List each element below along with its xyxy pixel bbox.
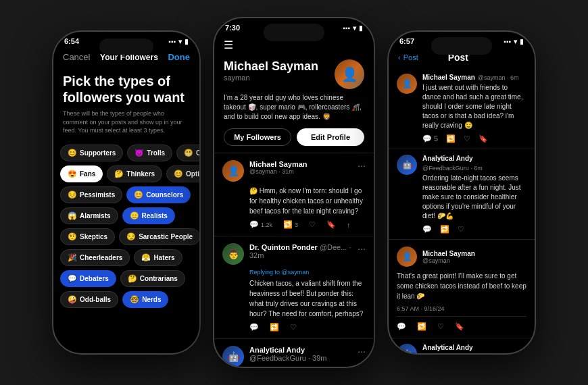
post-1-bookmark-action[interactable]: 🔖 [326, 220, 336, 229]
battery-icon: ▮ [185, 38, 189, 45]
post-2-avatar-img: 👨 [228, 249, 239, 259]
thinkers-emoji: 🤔 [114, 170, 124, 178]
status-icons-center: ▪▪▪ ▾ ▮ [343, 24, 363, 32]
tag-cheerleaders[interactable]: 🎉 Cheerleaders [60, 249, 130, 266]
optimists-emoji: 😊 [174, 170, 183, 178]
post-1-retweet-action[interactable]: 🔁 3 [283, 220, 298, 229]
profile-avatar[interactable]: 👤 [335, 59, 364, 89]
thread-post-1: 👤 Michael Sayman @sayman · 6m I just wen… [389, 68, 535, 149]
screen-left: 6:54 ▪▪▪ ▾ ▮ Cancel Your Followers Done … [53, 32, 199, 353]
like-icon-2: ♡ [290, 323, 297, 332]
thread-name-row-4: Analytical Andy @FeedbackGuru · 3s [422, 344, 526, 353]
standalone-retweet-action[interactable]: 🔁 [417, 322, 426, 331]
retweet-action-r2[interactable]: 🔁 [440, 225, 449, 234]
tag-alarmists[interactable]: 😱 Alarmists [60, 207, 118, 224]
edit-profile-button[interactable]: Edit Profile [297, 128, 364, 146]
like-action-r2[interactable]: ♡ [458, 225, 464, 234]
tag-nerds[interactable]: 🤓 Nerds [122, 291, 168, 308]
time-right: 6:57 [399, 37, 414, 45]
post-2-avatar[interactable]: 👨 [222, 243, 244, 265]
tag-skeptics[interactable]: 🤨 Skeptics [60, 228, 115, 245]
tag-trolls[interactable]: 😈 Trolls [127, 145, 172, 161]
realists-emoji: 😑 [130, 211, 139, 220]
post-1-like-action[interactable]: ♡ [309, 220, 316, 229]
bookmark-action-r1[interactable]: 🔖 [479, 134, 488, 143]
phone-center: 7:30 ▪▪▪ ▾ ▮ ☰ Michael Sayman sayman [213, 17, 375, 368]
post-2-actions: 💬 🔁 ♡ [249, 323, 366, 332]
tag-counselors[interactable]: 😊 Counselors [126, 186, 191, 203]
tag-oddballs[interactable]: 🤪 Odd-balls [60, 291, 118, 308]
tag-haters[interactable]: 😤 Haters [134, 249, 182, 266]
profile-top: Michael Sayman sayman 👤 [224, 59, 364, 89]
post-2-like-action[interactable]: ♡ [290, 323, 297, 332]
post-1-meta: Michael Sayman @sayman · 31m [249, 160, 352, 175]
tag-pessimists[interactable]: 😔 Pessimists [60, 186, 122, 203]
post-1-share-action[interactable]: ↑ [347, 221, 351, 229]
cancel-button[interactable]: Cancel [63, 52, 90, 62]
standalone-reply-action[interactable]: 💬 [397, 322, 406, 331]
post-2-retweet-action[interactable]: 🔁 [270, 323, 279, 332]
time-center: 7:30 [225, 24, 240, 32]
signal-icon: ▪▪▪ [168, 38, 176, 45]
thread-avatar-2[interactable]: 🤖 [397, 155, 417, 175]
status-icons-left: ▪▪▪ ▾ ▮ [168, 38, 189, 45]
tag-realists[interactable]: 😑 Realists [122, 207, 175, 224]
alarmists-emoji: 😱 [68, 211, 77, 220]
like-action-r1[interactable]: ♡ [464, 134, 470, 143]
done-button[interactable]: Done [168, 52, 190, 62]
tag-optimists[interactable]: 😊 Optimists [166, 165, 199, 182]
post-3-more-icon[interactable]: ··· [358, 346, 366, 357]
reply-action-r2[interactable]: 💬 [422, 225, 432, 234]
back-button[interactable]: ‹ Post [398, 53, 418, 61]
tag-thinkers[interactable]: 🤔 Thinkers [107, 165, 162, 182]
hamburger-menu-icon[interactable]: ☰ [224, 38, 233, 51]
post-1-reply-action[interactable]: 💬 1.2k [249, 220, 272, 229]
post-3-author: Analytical Andy @FeedbackGuru · 39m [249, 346, 352, 362]
thread-avatar-2-img: 🤖 [402, 160, 412, 170]
standalone-post: 👤 Michael Sayman @sayman That's a great … [389, 240, 535, 338]
post-2-more-icon[interactable]: ··· [358, 243, 366, 254]
screen-center: 7:30 ▪▪▪ ▾ ▮ ☰ Michael Sayman sayman [214, 18, 374, 367]
my-followers-button[interactable]: My Followers [224, 128, 291, 146]
standalone-avatar[interactable]: 👤 [397, 247, 417, 267]
post-1-avatar-img: 👤 [228, 165, 239, 176]
post-1-text: 🤔 Hmm, ok now I'm torn: should I go for … [249, 186, 366, 216]
reply-action-r1[interactable]: 💬 5 [422, 134, 438, 143]
wifi-icon-r: ▾ [514, 38, 517, 45]
standalone-avatar-img: 👤 [402, 252, 412, 261]
chevron-left-icon: ‹ [398, 53, 401, 61]
post-3-header: 🤖 Analytical Andy @FeedbackGuru · 39m ··… [222, 346, 366, 367]
tag-label-nerds: Nerds [142, 296, 161, 303]
standalone-name-block: Michael Sayman @sayman [422, 250, 475, 264]
tag-debaters[interactable]: 💬 Debaters [60, 270, 116, 287]
tag-sarcastic[interactable]: 😏 Sarcastic People [119, 228, 199, 245]
thread-content-1: Michael Sayman @sayman · 6m I just went … [422, 74, 526, 143]
thread-avatar-4[interactable]: 🤖 [397, 344, 417, 353]
retweet-icon-1: 🔁 [283, 220, 293, 229]
standalone-like-action[interactable]: ♡ [437, 322, 444, 331]
critics-emoji: 😬 [184, 149, 193, 157]
tag-label-supporters: Supporters [80, 149, 116, 157]
post-1-more-icon[interactable]: ··· [358, 160, 366, 171]
tag-critics[interactable]: 😬 Critics [176, 145, 199, 161]
profile-buttons: My Followers Edit Profile [224, 128, 364, 146]
standalone-bookmark-action[interactable]: 🔖 [455, 322, 464, 331]
tag-label-contrarians: Contrarians [140, 275, 178, 282]
post-1-avatar[interactable]: 👤 [222, 160, 244, 182]
tags-grid: 😊 Supporters 😈 Trolls 😬 Critics [53, 142, 199, 311]
tag-supporters[interactable]: 😊 Supporters [60, 145, 123, 161]
post-2-reply-action[interactable]: 💬 [249, 323, 259, 332]
avatar-image: 👤 [341, 66, 358, 82]
tag-label-debaters: Debaters [80, 275, 109, 282]
tags-row-5: 🎉 Cheerleaders 😤 Haters [60, 249, 193, 266]
tag-fans[interactable]: 😍 Fans [60, 165, 103, 182]
debaters-emoji: 💬 [68, 274, 77, 283]
thread-author-2: Analytical Andy [422, 155, 473, 162]
retweet-action-r1[interactable]: 🔁 [446, 134, 456, 143]
tag-contrarians[interactable]: 🤔 Contrarians [120, 270, 185, 287]
trolls-emoji: 😈 [134, 149, 144, 157]
post-3-avatar[interactable]: 🤖 [222, 346, 244, 367]
standalone-meta: 6:57 AM · 9/16/24 [397, 305, 526, 312]
thread-avatar-1[interactable]: 👤 [397, 74, 417, 94]
post-2-header: 👨 Dr. Quinton Ponder @Dee... · 32m ··· [222, 243, 366, 265]
